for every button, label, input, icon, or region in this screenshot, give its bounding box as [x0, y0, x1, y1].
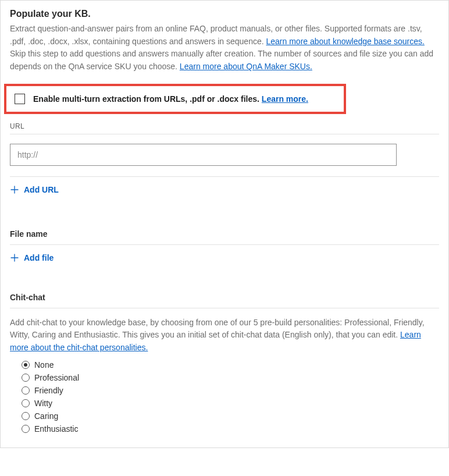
chitchat-option-friendly[interactable]: Friendly [22, 386, 439, 395]
plus-icon [10, 185, 19, 194]
url-input[interactable] [10, 144, 397, 166]
radio-icon [22, 361, 30, 369]
radio-icon [22, 386, 30, 395]
add-file-label: Add file [24, 253, 54, 262]
chitchat-option-none[interactable]: None [22, 360, 439, 370]
radio-icon [22, 374, 30, 382]
plus-icon [10, 253, 19, 262]
file-section-label: File name [10, 229, 439, 239]
url-divider [10, 134, 439, 134]
radio-icon [22, 425, 30, 433]
url-divider-2 [10, 176, 439, 177]
kb-sources-link[interactable]: Learn more about knowledge base sources. [266, 37, 424, 46]
radio-label: Enthusiastic [34, 424, 78, 434]
multiturn-checkbox[interactable] [15, 94, 25, 104]
multiturn-highlight: Enable multi-turn extraction from URLs, … [4, 84, 346, 114]
radio-icon [22, 399, 30, 407]
chitchat-option-professional[interactable]: Professional [22, 373, 439, 382]
chitchat-section-label: Chit-chat [10, 293, 439, 302]
file-divider [10, 244, 439, 245]
radio-label: Witty [34, 399, 52, 408]
radio-label: Caring [34, 411, 58, 421]
radio-label: Professional [34, 373, 79, 382]
populate-kb-panel: Populate your KB. Extract question-and-a… [0, 0, 449, 448]
add-url-button[interactable]: Add URL [10, 185, 59, 194]
chitchat-divider [10, 308, 439, 308]
panel-title: Populate your KB. [10, 9, 439, 19]
add-file-button[interactable]: Add file [10, 253, 54, 262]
url-field-label: URL [10, 122, 439, 130]
chitchat-description: Add chit-chat to your knowledge base, by… [10, 317, 439, 354]
chitchat-radio-group: None Professional Friendly Witty Caring … [22, 360, 439, 434]
radio-icon [22, 412, 30, 420]
chitchat-option-caring[interactable]: Caring [22, 411, 439, 421]
multiturn-learn-more-link[interactable]: Learn more. [262, 94, 308, 104]
chitchat-desc-text: Add chit-chat to your knowledge base, by… [10, 318, 425, 340]
radio-label: Friendly [34, 386, 63, 395]
qna-sku-link[interactable]: Learn more about QnA Maker SKUs. [180, 62, 312, 71]
add-url-label: Add URL [24, 185, 59, 194]
chitchat-option-enthusiastic[interactable]: Enthusiastic [22, 424, 439, 434]
panel-intro: Extract question-and-answer pairs from a… [10, 23, 439, 73]
chitchat-option-witty[interactable]: Witty [22, 399, 439, 408]
radio-label: None [34, 360, 54, 370]
multiturn-label: Enable multi-turn extraction from URLs, … [33, 94, 308, 104]
multiturn-label-text: Enable multi-turn extraction from URLs, … [33, 94, 262, 104]
